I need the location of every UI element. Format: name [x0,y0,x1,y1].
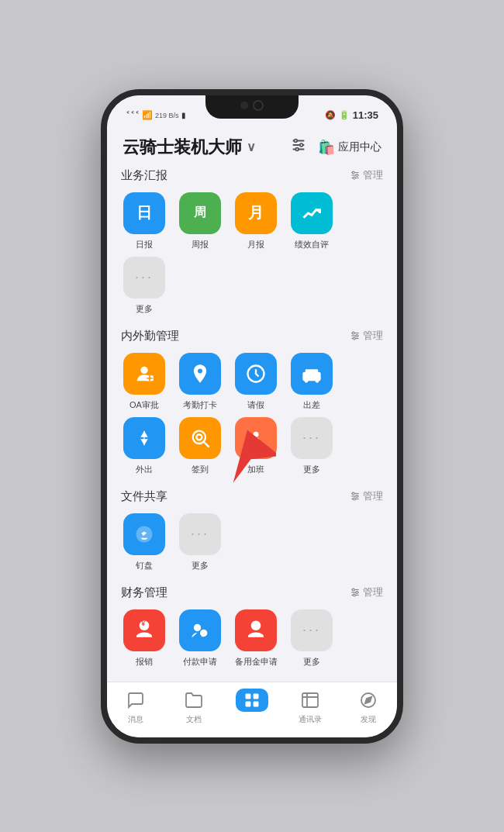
app-item-more2[interactable]: ··· 更多 [287,417,337,475]
app-title-area[interactable]: 云骑士装机大师 ∨ [123,136,256,159]
app-label-dingpan: 钉盘 [136,560,153,571]
app-icon-payment [179,609,221,651]
app-icon-more1: ··· [123,257,165,299]
status-bar: ˂˂˂ 📶 219 B/s ▮ 🔕 🔋 11:35 [107,95,397,129]
nav-item-contacts[interactable]: 通讯录 [281,689,339,725]
app-item-daily[interactable]: 日 日报 [119,192,169,250]
app-icon-more2: ··· [291,417,333,459]
section-header-business: 业务汇报 管理 [119,168,385,183]
svg-point-4 [300,143,303,147]
battery-icon: 🔋 [339,110,350,120]
icon-grid-finance: ¥ 报销 [119,609,385,668]
app-item-weekly[interactable]: 周 周报 [175,192,225,250]
app-item-monthly[interactable]: 月 月报 [231,192,281,250]
section-header-files: 文件共享 管理 [119,489,385,504]
nav-discover-wrap [352,689,385,712]
app-label-sign: 签到 [192,464,209,475]
svg-point-17 [353,337,355,340]
app-label-overtime: 加班 [247,464,264,475]
app-item-reserve[interactable]: 备用金申请 [231,609,281,668]
manage-button-attendance[interactable]: 管理 [350,329,383,343]
app-label-reserve: 备用金申请 [235,656,278,668]
nav-label-docs: 文档 [186,714,202,725]
app-item-more4[interactable]: ··· 更多 [287,609,337,668]
wifi-icon: 📶 [142,110,153,120]
app-icon-expense: ¥ [123,609,165,651]
nav-messages-wrap [119,689,152,712]
section-attendance: 内外勤管理 管理 [119,329,385,475]
nav-contacts-wrap [294,689,326,712]
nav-docs-wrap [178,689,210,712]
section-finance: 财务管理 管理 ¥ [119,585,385,668]
app-icon-out [123,417,165,459]
app-item-overtime[interactable]: 加班 [231,417,281,475]
app-item-more3[interactable]: ··· 更多 [175,513,225,571]
app-item-dingpan[interactable]: 钉盘 [119,513,169,571]
svg-point-16 [356,335,358,337]
app-item-payment[interactable]: 付款申请 [175,609,225,668]
svg-point-40 [356,592,358,594]
app-icon-more4: ··· [291,609,333,651]
video-icon: ▮ [181,111,186,119]
app-item-out[interactable]: 外出 [119,417,169,475]
nav-item-apps[interactable] [223,689,281,714]
nav-item-messages[interactable]: 消息 [107,689,165,725]
section-header-attendance: 内外勤管理 管理 [119,329,385,344]
app-center-button[interactable]: 🛍️ 应用中心 [318,139,381,156]
svg-point-11 [353,177,355,179]
nav-apps-wrap [236,689,268,712]
nav-item-discover[interactable]: 发现 [339,689,397,725]
manage-button-finance[interactable]: 管理 [350,585,383,599]
bell-icon: 🔕 [325,110,336,120]
svg-point-33 [352,492,354,495]
network-speed: 219 B/s [155,112,179,119]
section-title-attendance: 内外勤管理 [121,329,179,344]
app-item-checkin[interactable]: 考勤打卡 [175,353,225,411]
section-title-files: 文件共享 [121,489,167,504]
app-label-leave: 请假 [247,399,264,411]
manage-label-finance: 管理 [363,585,383,599]
section-title-finance: 财务管理 [121,585,167,600]
nav-label-contacts: 通讯录 [299,714,322,725]
svg-rect-57 [254,701,258,706]
settings-icon[interactable] [290,136,307,157]
app-label-trip: 出差 [303,399,320,411]
app-icon-trip [291,353,333,395]
svg-point-29 [254,431,259,437]
chevron-down-icon: ∨ [247,140,256,154]
app-title-text: 云骑士装机大师 [123,136,242,159]
scroll-content[interactable]: 业务汇报 管理 日 日报 周 [107,168,397,683]
header-right: 🛍️ 应用中心 [290,136,381,157]
app-item-expense[interactable]: ¥ 报销 [119,609,169,668]
app-item-trip[interactable]: 出差 [287,353,337,411]
app-icon-oa [123,353,165,395]
manage-label-attendance: 管理 [363,329,383,343]
app-label-performance: 绩效自评 [295,239,329,250]
svg-rect-58 [302,693,318,707]
app-icon-leave [235,353,277,395]
svg-point-9 [352,171,354,174]
app-item-sign[interactable]: 签到 [175,417,225,475]
app-icon-more3: ··· [179,513,221,555]
app-item-performance[interactable]: 绩效自评 [287,192,337,250]
svg-point-34 [356,495,358,498]
nav-item-docs[interactable]: 文档 [165,689,223,725]
svg-rect-23 [306,369,318,374]
bottom-nav: 消息 文档 [107,682,397,737]
app-item-leave[interactable]: 请假 [231,353,281,411]
app-label-daily: 日报 [136,239,153,250]
app-icon-monthly: 月 [235,192,277,234]
app-icon-reserve [235,609,277,651]
app-item-oa[interactable]: OA审批 [119,353,169,411]
svg-point-43 [194,623,201,630]
app-icon-checkin [179,353,221,395]
icon-grid-attendance: OA审批 考勤打卡 [119,353,385,475]
icon-grid-business: 日 日报 周 周报 月 月报 [119,192,385,315]
manage-button-business[interactable]: 管理 [350,168,383,182]
svg-point-28 [196,434,202,440]
app-item-more1[interactable]: ··· 更多 [119,257,169,315]
manage-button-files[interactable]: 管理 [350,489,383,503]
signal-icon: ˂˂˂ [126,110,140,121]
nav-label-messages: 消息 [128,714,143,725]
nav-label-discover: 发现 [361,714,376,725]
